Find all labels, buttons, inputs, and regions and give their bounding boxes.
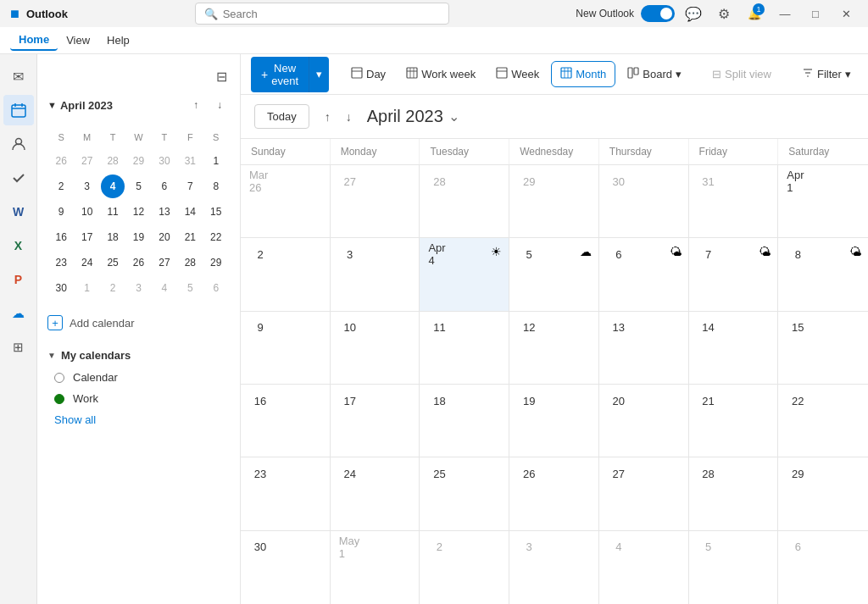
month-day[interactable]: Apr 4☀ [420,238,509,310]
month-day[interactable]: 6 [778,531,868,604]
mini-cal-day[interactable]: 8 [204,175,228,198]
add-calendar-button[interactable]: + Add calendar [37,308,240,337]
toolbar-splitview-button[interactable]: ⊟ Split view [704,63,780,86]
sidebar-icon-mail[interactable]: ✉ [3,61,34,91]
menu-view[interactable]: View [58,30,98,50]
sidebar-icon-onedrive[interactable]: ☁ [3,298,34,329]
menu-help[interactable]: Help [98,30,138,50]
month-day[interactable]: 27 [331,165,420,237]
mini-cal-day[interactable]: 16 [49,225,73,249]
maximize-button[interactable]: □ [804,2,827,25]
mini-cal-day[interactable]: 1 [204,149,228,173]
month-day[interactable]: 3 [331,238,420,310]
next-month-button[interactable]: ↓ [339,107,359,127]
mini-cal-day[interactable]: 3 [126,276,150,300]
sidebar-icon-todo[interactable] [3,163,34,193]
month-day[interactable]: 7🌤 [689,238,779,310]
calendar-item-work[interactable]: Work [37,388,240,409]
mini-cal-day[interactable]: 27 [75,149,98,173]
feedback-button[interactable]: 💬 [682,2,705,25]
month-day[interactable]: May 1 [331,531,420,604]
calendar-item-calendar[interactable]: Calendar [37,367,240,388]
show-all-link[interactable]: Show all [37,409,240,430]
month-day[interactable]: 29 [509,165,599,237]
mini-cal-day[interactable]: 10 [75,200,98,224]
toolbar-workweek-button[interactable]: Work week [398,62,484,86]
month-day[interactable]: 8🌤 [778,238,868,310]
month-day[interactable]: 5☁ [509,238,599,310]
mini-cal-day[interactable]: 28 [178,251,202,274]
month-day[interactable]: 21 [689,385,779,457]
minimize-button[interactable]: — [773,2,797,25]
toolbar-filter-button[interactable]: Filter ▾ [793,62,860,86]
month-day[interactable]: 18 [420,385,509,457]
month-day[interactable]: 3 [509,531,599,604]
menu-home[interactable]: Home [10,30,58,51]
month-day[interactable]: 27 [599,457,689,529]
close-button[interactable]: ✕ [834,2,858,25]
month-day[interactable]: 16 [241,385,331,457]
mini-cal-day[interactable]: 4 [101,175,125,198]
toolbar-week-button[interactable]: Week [487,62,548,86]
mini-cal-day[interactable]: 17 [75,225,98,249]
month-day[interactable]: 28 [689,457,779,529]
month-day[interactable]: 14 [689,312,779,384]
sidebar-icon-powerpoint[interactable]: P [3,264,34,295]
mini-cal-day[interactable]: 23 [49,251,73,274]
settings-button[interactable]: ⚙ [712,2,736,25]
month-day[interactable]: 2 [420,531,509,604]
search-box[interactable]: 🔍 [195,3,449,25]
month-day[interactable]: 10 [331,312,420,384]
mini-cal-day[interactable]: 26 [126,251,150,274]
mini-cal-day[interactable]: 4 [153,276,176,300]
today-button[interactable]: Today [254,104,309,129]
month-day[interactable]: 26 [509,457,599,529]
mini-cal-next[interactable]: ↓ [209,95,230,115]
mini-cal-day[interactable]: 27 [153,251,176,274]
month-day[interactable]: 6🌤 [599,238,689,310]
month-day[interactable]: 9 [241,312,331,384]
mini-cal-day[interactable]: 30 [49,276,73,300]
month-day[interactable]: 11 [420,312,509,384]
panel-collapse-button[interactable]: ⊟ [209,64,233,88]
sidebar-icon-contacts[interactable] [3,129,34,159]
mini-cal-day[interactable]: 5 [178,276,202,300]
sidebar-icon-apps[interactable]: ⊞ [3,332,34,363]
month-day[interactable]: 19 [509,385,599,457]
mini-cal-day[interactable]: 25 [101,251,125,274]
notification-button[interactable]: 🔔 1 [743,2,766,25]
mini-cal-day[interactable]: 5 [126,175,150,198]
month-day[interactable]: 15 [778,312,868,384]
month-day[interactable]: 24 [331,457,420,529]
sidebar-icon-excel[interactable]: X [3,230,34,261]
new-outlook-toggle[interactable] [641,5,675,22]
new-event-dropdown-button[interactable]: ▾ [309,57,329,92]
month-day[interactable]: 29 [778,457,868,529]
mini-cal-day[interactable]: 6 [204,276,228,300]
month-day[interactable]: 23 [241,457,331,529]
month-day[interactable]: 30 [241,531,331,604]
month-day[interactable]: 13 [599,312,689,384]
month-day[interactable]: 20 [599,385,689,457]
mini-cal-day[interactable]: 15 [204,200,228,224]
month-day[interactable]: 25 [420,457,509,529]
month-day[interactable]: 4 [599,531,689,604]
mini-cal-day[interactable]: 7 [178,175,202,198]
sidebar-icon-word[interactable]: W [3,197,34,227]
mini-cal-day[interactable]: 9 [49,200,73,224]
month-day[interactable]: 17 [331,385,420,457]
month-day[interactable]: Apr 1 [778,165,868,237]
prev-month-button[interactable]: ↑ [318,107,337,127]
toolbar-day-button[interactable]: Day [342,62,394,86]
mini-cal-day[interactable]: 21 [178,225,202,249]
mini-cal-day[interactable]: 26 [49,149,73,173]
mini-cal-day[interactable]: 14 [178,200,202,224]
mini-cal-title[interactable]: ▼ April 2023 [47,99,113,112]
toolbar-board-button[interactable]: Board ▾ [619,62,690,86]
toolbar-month-button[interactable]: Month [551,61,615,87]
mini-cal-prev[interactable]: ↑ [186,95,206,115]
mini-cal-day[interactable]: 22 [204,225,228,249]
mini-cal-day[interactable]: 1 [75,276,98,300]
mini-cal-day[interactable]: 29 [204,251,228,274]
mini-cal-day[interactable]: 2 [49,175,73,198]
